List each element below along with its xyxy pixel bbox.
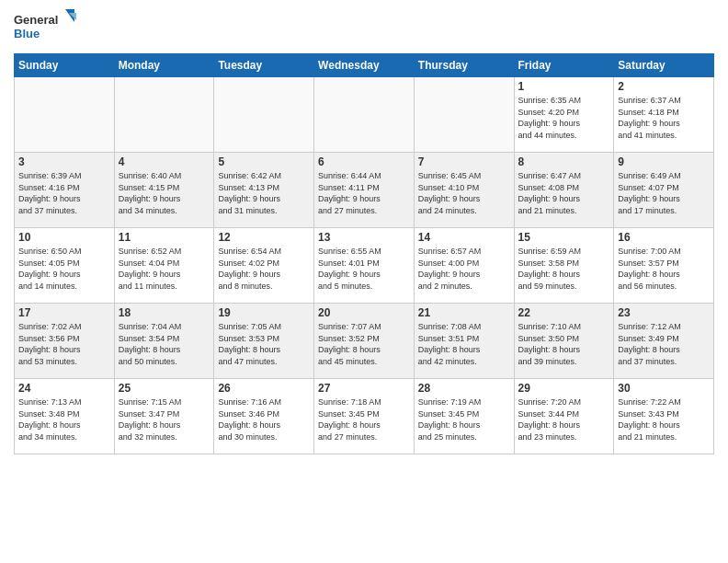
day-number: 6 xyxy=(318,155,410,168)
svg-text:Blue: Blue xyxy=(14,27,40,40)
calendar-cell: 4Sunrise: 6:40 AM Sunset: 4:15 PM Daylig… xyxy=(114,153,214,228)
day-info: Sunrise: 7:13 AM Sunset: 3:48 PM Dayligh… xyxy=(18,396,110,442)
calendar-cell: 5Sunrise: 6:42 AM Sunset: 4:13 PM Daylig… xyxy=(214,153,314,228)
day-number: 3 xyxy=(18,155,110,168)
logo-svg: General Blue xyxy=(14,9,78,46)
calendar-cell: 12Sunrise: 6:54 AM Sunset: 4:02 PM Dayli… xyxy=(214,228,314,304)
calendar-cell: 26Sunrise: 7:16 AM Sunset: 3:46 PM Dayli… xyxy=(214,379,314,454)
week-row-5: 24Sunrise: 7:13 AM Sunset: 3:48 PM Dayli… xyxy=(15,379,714,454)
day-number: 27 xyxy=(318,382,410,395)
day-number: 22 xyxy=(518,306,610,319)
calendar-cell: 13Sunrise: 6:55 AM Sunset: 4:01 PM Dayli… xyxy=(314,228,415,304)
day-number: 9 xyxy=(618,155,710,168)
day-number: 11 xyxy=(119,231,210,244)
col-header-saturday: Saturday xyxy=(614,54,714,77)
calendar-cell: 9Sunrise: 6:49 AM Sunset: 4:07 PM Daylig… xyxy=(614,153,714,228)
logo: General Blue xyxy=(14,9,78,46)
calendar-header-row: SundayMondayTuesdayWednesdayThursdayFrid… xyxy=(15,54,714,77)
day-info: Sunrise: 7:02 AM Sunset: 3:56 PM Dayligh… xyxy=(18,321,110,367)
calendar-cell: 3Sunrise: 6:39 AM Sunset: 4:16 PM Daylig… xyxy=(15,153,115,228)
day-number: 17 xyxy=(18,306,110,319)
day-number: 10 xyxy=(18,231,110,244)
day-info: Sunrise: 6:44 AM Sunset: 4:11 PM Dayligh… xyxy=(318,170,410,216)
day-info: Sunrise: 6:49 AM Sunset: 4:07 PM Dayligh… xyxy=(618,170,710,216)
calendar-cell: 2Sunrise: 6:37 AM Sunset: 4:18 PM Daylig… xyxy=(614,77,714,153)
day-info: Sunrise: 6:50 AM Sunset: 4:05 PM Dayligh… xyxy=(18,246,110,292)
day-number: 20 xyxy=(318,306,410,319)
day-number: 30 xyxy=(618,382,710,395)
day-info: Sunrise: 7:08 AM Sunset: 3:51 PM Dayligh… xyxy=(418,321,510,367)
day-number: 8 xyxy=(518,155,610,168)
calendar-cell: 11Sunrise: 6:52 AM Sunset: 4:04 PM Dayli… xyxy=(114,228,214,304)
calendar-cell: 6Sunrise: 6:44 AM Sunset: 4:11 PM Daylig… xyxy=(314,153,415,228)
calendar-cell: 23Sunrise: 7:12 AM Sunset: 3:49 PM Dayli… xyxy=(614,304,714,379)
calendar-cell: 18Sunrise: 7:04 AM Sunset: 3:54 PM Dayli… xyxy=(114,304,214,379)
calendar-cell: 1Sunrise: 6:35 AM Sunset: 4:20 PM Daylig… xyxy=(514,77,614,153)
calendar-cell: 25Sunrise: 7:15 AM Sunset: 3:47 PM Dayli… xyxy=(114,379,214,454)
calendar-table: SundayMondayTuesdayWednesdayThursdayFrid… xyxy=(14,53,714,454)
col-header-sunday: Sunday xyxy=(15,54,115,77)
day-info: Sunrise: 6:55 AM Sunset: 4:01 PM Dayligh… xyxy=(318,246,410,292)
col-header-tuesday: Tuesday xyxy=(214,54,314,77)
day-info: Sunrise: 7:18 AM Sunset: 3:45 PM Dayligh… xyxy=(318,396,410,442)
day-info: Sunrise: 6:39 AM Sunset: 4:16 PM Dayligh… xyxy=(18,170,110,216)
calendar-cell xyxy=(414,77,514,153)
calendar-cell xyxy=(214,77,314,153)
calendar-cell: 28Sunrise: 7:19 AM Sunset: 3:45 PM Dayli… xyxy=(414,379,514,454)
week-row-3: 10Sunrise: 6:50 AM Sunset: 4:05 PM Dayli… xyxy=(15,228,714,304)
day-info: Sunrise: 6:40 AM Sunset: 4:15 PM Dayligh… xyxy=(119,170,210,216)
calendar-cell: 22Sunrise: 7:10 AM Sunset: 3:50 PM Dayli… xyxy=(514,304,614,379)
day-number: 7 xyxy=(418,155,510,168)
day-info: Sunrise: 7:15 AM Sunset: 3:47 PM Dayligh… xyxy=(119,396,210,442)
day-info: Sunrise: 7:05 AM Sunset: 3:53 PM Dayligh… xyxy=(218,321,310,367)
svg-text:General: General xyxy=(14,13,58,27)
col-header-friday: Friday xyxy=(514,54,614,77)
day-number: 13 xyxy=(318,231,410,244)
calendar-cell: 15Sunrise: 6:59 AM Sunset: 3:58 PM Dayli… xyxy=(514,228,614,304)
day-number: 1 xyxy=(518,80,610,93)
day-info: Sunrise: 6:59 AM Sunset: 3:58 PM Dayligh… xyxy=(518,246,610,292)
calendar-cell: 30Sunrise: 7:22 AM Sunset: 3:43 PM Dayli… xyxy=(614,379,714,454)
day-number: 14 xyxy=(418,231,510,244)
day-info: Sunrise: 7:10 AM Sunset: 3:50 PM Dayligh… xyxy=(518,321,610,367)
day-number: 25 xyxy=(119,382,210,395)
day-number: 4 xyxy=(119,155,210,168)
day-info: Sunrise: 6:47 AM Sunset: 4:08 PM Dayligh… xyxy=(518,170,610,216)
week-row-1: 1Sunrise: 6:35 AM Sunset: 4:20 PM Daylig… xyxy=(15,77,714,153)
day-number: 24 xyxy=(18,382,110,395)
calendar-cell xyxy=(114,77,214,153)
day-number: 18 xyxy=(119,306,210,319)
day-info: Sunrise: 7:22 AM Sunset: 3:43 PM Dayligh… xyxy=(618,396,710,442)
day-number: 21 xyxy=(418,306,510,319)
calendar-cell xyxy=(314,77,415,153)
calendar-cell: 8Sunrise: 6:47 AM Sunset: 4:08 PM Daylig… xyxy=(514,153,614,228)
day-number: 2 xyxy=(618,80,710,93)
day-info: Sunrise: 7:04 AM Sunset: 3:54 PM Dayligh… xyxy=(119,321,210,367)
calendar-cell: 24Sunrise: 7:13 AM Sunset: 3:48 PM Dayli… xyxy=(15,379,115,454)
day-number: 26 xyxy=(218,382,310,395)
day-number: 5 xyxy=(218,155,310,168)
calendar-cell: 19Sunrise: 7:05 AM Sunset: 3:53 PM Dayli… xyxy=(214,304,314,379)
calendar-cell: 10Sunrise: 6:50 AM Sunset: 4:05 PM Dayli… xyxy=(15,228,115,304)
day-info: Sunrise: 6:52 AM Sunset: 4:04 PM Dayligh… xyxy=(119,246,210,292)
calendar-cell: 17Sunrise: 7:02 AM Sunset: 3:56 PM Dayli… xyxy=(15,304,115,379)
day-number: 19 xyxy=(218,306,310,319)
calendar-cell: 14Sunrise: 6:57 AM Sunset: 4:00 PM Dayli… xyxy=(414,228,514,304)
day-info: Sunrise: 6:57 AM Sunset: 4:00 PM Dayligh… xyxy=(418,246,510,292)
calendar-cell: 20Sunrise: 7:07 AM Sunset: 3:52 PM Dayli… xyxy=(314,304,415,379)
calendar-cell: 16Sunrise: 7:00 AM Sunset: 3:57 PM Dayli… xyxy=(614,228,714,304)
calendar-cell: 27Sunrise: 7:18 AM Sunset: 3:45 PM Dayli… xyxy=(314,379,415,454)
calendar-cell: 21Sunrise: 7:08 AM Sunset: 3:51 PM Dayli… xyxy=(414,304,514,379)
calendar-cell: 7Sunrise: 6:45 AM Sunset: 4:10 PM Daylig… xyxy=(414,153,514,228)
day-info: Sunrise: 7:20 AM Sunset: 3:44 PM Dayligh… xyxy=(518,396,610,442)
col-header-thursday: Thursday xyxy=(414,54,514,77)
day-info: Sunrise: 6:45 AM Sunset: 4:10 PM Dayligh… xyxy=(418,170,510,216)
day-number: 15 xyxy=(518,231,610,244)
day-number: 16 xyxy=(618,231,710,244)
week-row-2: 3Sunrise: 6:39 AM Sunset: 4:16 PM Daylig… xyxy=(15,153,714,228)
day-info: Sunrise: 6:54 AM Sunset: 4:02 PM Dayligh… xyxy=(218,246,310,292)
day-info: Sunrise: 7:19 AM Sunset: 3:45 PM Dayligh… xyxy=(418,396,510,442)
calendar-cell xyxy=(15,77,115,153)
day-number: 23 xyxy=(618,306,710,319)
col-header-wednesday: Wednesday xyxy=(314,54,415,77)
